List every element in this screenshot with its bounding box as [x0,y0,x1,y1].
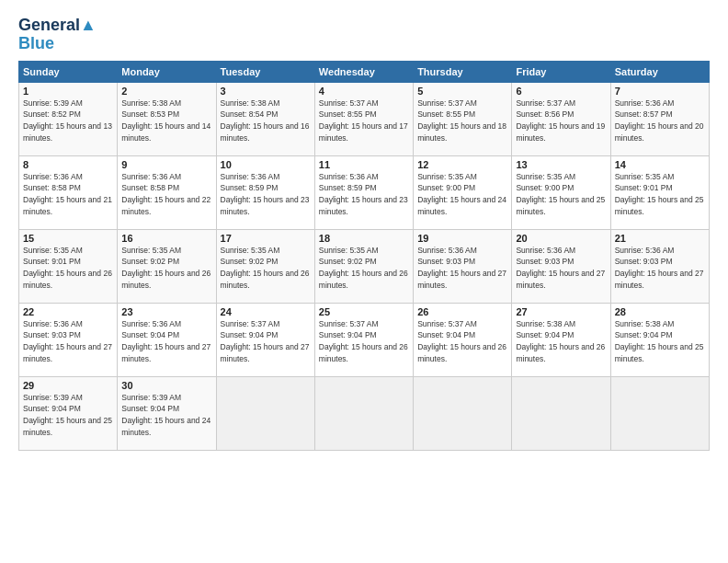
day-number: 18 [319,233,409,244]
day-number: 22 [23,306,113,317]
calendar-cell [216,376,314,450]
col-header-tuesday: Tuesday [216,61,314,82]
calendar-cell: 28 Sunrise: 5:38 AM Sunset: 9:04 PM Dayl… [610,303,709,376]
calendar-cell: 16 Sunrise: 5:35 AM Sunset: 9:02 PM Dayl… [118,229,216,303]
calendar-header-row: SundayMondayTuesdayWednesdayThursdayFrid… [19,61,710,82]
day-number: 25 [319,306,409,317]
calendar-cell: 1 Sunrise: 5:39 AM Sunset: 8:52 PM Dayli… [19,82,118,155]
calendar-week-2: 15 Sunrise: 5:35 AM Sunset: 9:01 PM Dayl… [19,229,710,303]
day-info: Sunrise: 5:36 AM Sunset: 9:03 PM Dayligh… [516,246,605,291]
calendar-cell: 23 Sunrise: 5:36 AM Sunset: 9:04 PM Dayl… [118,303,216,376]
day-number: 4 [319,86,409,97]
calendar-cell [314,376,413,450]
day-number: 5 [417,86,507,97]
day-info: Sunrise: 5:38 AM Sunset: 9:04 PM Dayligh… [516,319,605,364]
calendar-cell: 3 Sunrise: 5:38 AM Sunset: 8:54 PM Dayli… [216,82,314,155]
day-info: Sunrise: 5:35 AM Sunset: 9:02 PM Dayligh… [221,246,310,291]
day-info: Sunrise: 5:39 AM Sunset: 9:04 PM Dayligh… [121,393,210,438]
day-number: 2 [121,86,211,97]
day-number: 6 [516,86,606,97]
calendar-cell: 4 Sunrise: 5:37 AM Sunset: 8:55 PM Dayli… [314,82,413,155]
day-number: 12 [417,159,507,170]
calendar-cell: 12 Sunrise: 5:35 AM Sunset: 9:00 PM Dayl… [414,155,512,229]
day-info: Sunrise: 5:37 AM Sunset: 9:04 PM Dayligh… [221,319,310,364]
calendar-cell: 15 Sunrise: 5:35 AM Sunset: 9:01 PM Dayl… [19,229,118,303]
day-info: Sunrise: 5:35 AM Sunset: 9:02 PM Dayligh… [121,246,210,291]
calendar-cell: 7 Sunrise: 5:36 AM Sunset: 8:57 PM Dayli… [610,82,709,155]
day-number: 21 [615,233,705,244]
day-info: Sunrise: 5:35 AM Sunset: 9:00 PM Dayligh… [516,172,605,217]
calendar-cell: 14 Sunrise: 5:35 AM Sunset: 9:01 PM Dayl… [610,155,709,229]
day-info: Sunrise: 5:36 AM Sunset: 8:59 PM Dayligh… [319,172,408,217]
day-info: Sunrise: 5:36 AM Sunset: 9:04 PM Dayligh… [121,319,210,364]
calendar-week-3: 22 Sunrise: 5:36 AM Sunset: 9:03 PM Dayl… [19,303,710,376]
calendar-cell [414,376,512,450]
day-number: 1 [23,86,113,97]
day-info: Sunrise: 5:37 AM Sunset: 8:55 PM Dayligh… [417,98,506,144]
page: General▲ Blue SundayMondayTuesdayWednesd… [0,0,728,563]
day-info: Sunrise: 5:39 AM Sunset: 8:52 PM Dayligh… [23,98,112,144]
col-header-thursday: Thursday [414,61,512,82]
calendar-cell: 6 Sunrise: 5:37 AM Sunset: 8:56 PM Dayli… [512,82,610,155]
day-number: 23 [121,306,211,317]
calendar-cell: 9 Sunrise: 5:36 AM Sunset: 8:58 PM Dayli… [118,155,216,229]
calendar-cell: 2 Sunrise: 5:38 AM Sunset: 8:53 PM Dayli… [118,82,216,155]
col-header-wednesday: Wednesday [314,61,413,82]
calendar-week-1: 8 Sunrise: 5:36 AM Sunset: 8:58 PM Dayli… [19,155,710,229]
calendar-cell: 24 Sunrise: 5:37 AM Sunset: 9:04 PM Dayl… [216,303,314,376]
day-info: Sunrise: 5:36 AM Sunset: 9:03 PM Dayligh… [417,246,506,291]
calendar-week-4: 29 Sunrise: 5:39 AM Sunset: 9:04 PM Dayl… [19,376,710,450]
day-info: Sunrise: 5:39 AM Sunset: 9:04 PM Dayligh… [23,393,112,438]
calendar-cell: 29 Sunrise: 5:39 AM Sunset: 9:04 PM Dayl… [19,376,118,450]
day-number: 19 [417,233,507,244]
day-info: Sunrise: 5:35 AM Sunset: 9:02 PM Dayligh… [319,246,408,291]
day-number: 15 [23,233,113,244]
day-info: Sunrise: 5:37 AM Sunset: 9:04 PM Dayligh… [417,319,506,364]
day-info: Sunrise: 5:36 AM Sunset: 8:57 PM Dayligh… [615,98,704,144]
day-number: 9 [121,159,211,170]
day-info: Sunrise: 5:35 AM Sunset: 9:00 PM Dayligh… [417,172,506,217]
day-number: 17 [221,233,311,244]
day-number: 29 [23,380,113,391]
calendar-cell: 5 Sunrise: 5:37 AM Sunset: 8:55 PM Dayli… [414,82,512,155]
calendar-cell: 20 Sunrise: 5:36 AM Sunset: 9:03 PM Dayl… [512,229,610,303]
day-number: 10 [221,159,311,170]
calendar-cell: 18 Sunrise: 5:35 AM Sunset: 9:02 PM Dayl… [314,229,413,303]
col-header-monday: Monday [118,61,216,82]
logo: General▲ Blue [18,17,97,53]
calendar-cell: 25 Sunrise: 5:37 AM Sunset: 9:04 PM Dayl… [314,303,413,376]
col-header-friday: Friday [512,61,610,82]
col-header-saturday: Saturday [610,61,709,82]
calendar-cell: 17 Sunrise: 5:35 AM Sunset: 9:02 PM Dayl… [216,229,314,303]
calendar-cell: 27 Sunrise: 5:38 AM Sunset: 9:04 PM Dayl… [512,303,610,376]
day-number: 28 [615,306,705,317]
day-number: 7 [615,86,705,97]
calendar-cell [512,376,610,450]
day-info: Sunrise: 5:36 AM Sunset: 8:58 PM Dayligh… [23,172,112,217]
calendar-cell [610,376,709,450]
calendar-cell: 13 Sunrise: 5:35 AM Sunset: 9:00 PM Dayl… [512,155,610,229]
day-info: Sunrise: 5:38 AM Sunset: 8:53 PM Dayligh… [121,98,210,144]
calendar-cell: 26 Sunrise: 5:37 AM Sunset: 9:04 PM Dayl… [414,303,512,376]
calendar-cell: 22 Sunrise: 5:36 AM Sunset: 9:03 PM Dayl… [19,303,118,376]
day-info: Sunrise: 5:35 AM Sunset: 9:01 PM Dayligh… [23,246,112,291]
day-number: 27 [516,306,606,317]
calendar-cell: 11 Sunrise: 5:36 AM Sunset: 8:59 PM Dayl… [314,155,413,229]
day-info: Sunrise: 5:37 AM Sunset: 8:55 PM Dayligh… [319,98,408,144]
day-number: 14 [615,159,705,170]
day-number: 26 [417,306,507,317]
day-number: 24 [221,306,311,317]
header: General▲ Blue [18,17,710,53]
day-number: 20 [516,233,606,244]
calendar-week-0: 1 Sunrise: 5:39 AM Sunset: 8:52 PM Dayli… [19,82,710,155]
logo-text-general: General▲ [18,17,97,35]
day-info: Sunrise: 5:36 AM Sunset: 9:03 PM Dayligh… [23,319,112,364]
day-info: Sunrise: 5:37 AM Sunset: 8:56 PM Dayligh… [516,98,605,144]
calendar-cell: 30 Sunrise: 5:39 AM Sunset: 9:04 PM Dayl… [118,376,216,450]
col-header-sunday: Sunday [19,61,118,82]
day-info: Sunrise: 5:36 AM Sunset: 8:58 PM Dayligh… [121,172,210,217]
calendar-table: SundayMondayTuesdayWednesdayThursdayFrid… [18,61,710,451]
logo-triangle-icon: ▲ [80,16,97,34]
day-info: Sunrise: 5:37 AM Sunset: 9:04 PM Dayligh… [319,319,408,364]
day-number: 13 [516,159,606,170]
